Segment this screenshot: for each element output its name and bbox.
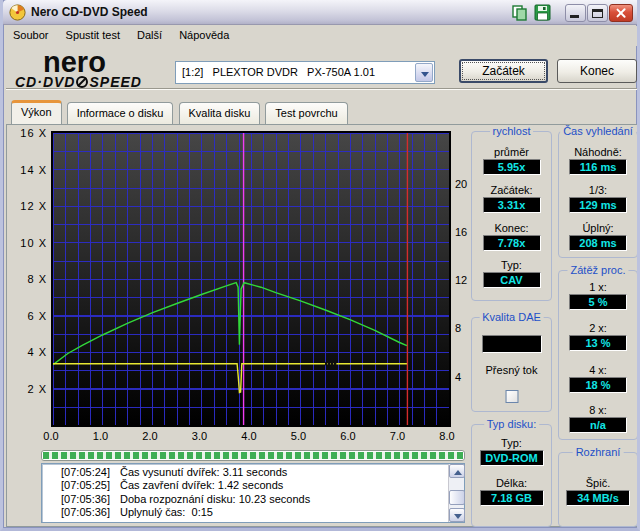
copy-icon[interactable]: [509, 4, 531, 22]
log-scrollbar[interactable]: [448, 464, 464, 522]
menu-bar: Soubor Spustit test Další Nápověda: [6, 26, 640, 46]
axis-tick: 1.0: [86, 430, 116, 442]
cpu-4x-label: 4 x:: [559, 364, 637, 376]
axis-tick: 7.0: [383, 430, 413, 442]
left-speed-axis: 16 X14 X12 X10 X8 X6 X4 X2 X: [17, 133, 49, 425]
random-seek-label: Náhodně:: [559, 146, 637, 158]
full-seek-label: Úplný:: [559, 222, 637, 234]
progress-bar: [41, 450, 465, 461]
start-label: Začátek:: [472, 184, 551, 196]
full-seek-value: 208 ms: [569, 235, 627, 251]
drive-selector[interactable]: [1:2] PLEXTOR DVDR PX-750A 1.01: [175, 61, 435, 84]
application-window: Nero CD-DVD Speed Soubor Spustit test Da…: [0, 0, 640, 531]
menu-soubor[interactable]: Soubor: [6, 26, 55, 46]
nero-logo: nero CD·DVDSPEED: [15, 50, 165, 90]
app-icon[interactable]: [9, 4, 26, 21]
close-button[interactable]: [609, 4, 633, 22]
scroll-down-icon[interactable]: [449, 508, 465, 522]
start-button[interactable]: Začátek: [459, 59, 548, 83]
save-icon[interactable]: [532, 4, 554, 22]
focus-rect: [462, 62, 545, 80]
speed-group-title: rychlost: [490, 125, 534, 137]
scrollbar-thumb[interactable]: [449, 490, 465, 505]
minimize-button[interactable]: [565, 4, 586, 22]
seek-group-title: Čas vyhledání: [560, 125, 636, 137]
chevron-down-icon: [421, 72, 429, 77]
axis-tick: 2.0: [135, 430, 165, 442]
progress-bar-fill: [43, 452, 463, 459]
close-icon: [615, 7, 627, 19]
axis-tick: 4 X: [27, 346, 47, 358]
chart-series: [53, 133, 449, 425]
log-entry: [07:05:24]Čas vysunutí dvířek: 3.11 seco…: [42, 466, 447, 479]
exit-button[interactable]: Konec: [557, 59, 637, 83]
tab-kvalita-disku[interactable]: Kvalita disku: [179, 102, 261, 124]
cpu-2x-label: 2 x:: [559, 322, 637, 334]
axis-tick: 6 X: [27, 310, 47, 322]
average-value: 5.95x: [483, 159, 541, 175]
maximize-button[interactable]: [587, 4, 608, 22]
axis-tick: 8.0: [432, 430, 462, 442]
minimize-icon: [570, 15, 579, 18]
axis-tick: 16: [455, 226, 467, 238]
axis-tick: 3.0: [185, 430, 215, 442]
window-title: Nero CD-DVD Speed: [31, 0, 148, 25]
menu-dalsi[interactable]: Další: [130, 26, 169, 46]
disc-icon: [76, 76, 88, 88]
axis-tick: 14 X: [20, 164, 47, 176]
burst-value: 34 MB/s: [566, 490, 630, 506]
axis-tick: 5.0: [284, 430, 314, 442]
end-value: 7.78x: [483, 235, 541, 251]
interface-group-title: Rozhraní: [573, 446, 624, 458]
header-separator: [6, 88, 640, 90]
drive-selector-dropdown-button[interactable]: [415, 63, 433, 82]
title-bar: Nero CD-DVD Speed: [3, 0, 640, 25]
interface-group: Rozhraní Špič. 34 MB/s: [558, 452, 638, 527]
dae-quality-group: Kvalita DAE Přesný tok: [471, 317, 552, 412]
maximize-icon: [592, 9, 603, 18]
menu-spustit-test[interactable]: Spustit test: [59, 26, 127, 46]
burst-label: Špič.: [559, 477, 637, 489]
random-seek-value: 116 ms: [569, 159, 627, 175]
tab-test-povrchu[interactable]: Test povrchu: [265, 102, 347, 124]
cpu-group-title: Zátěž proc.: [567, 264, 628, 276]
axis-tick: 10 X: [20, 237, 47, 249]
cpu-8x-label: 8 x:: [559, 404, 637, 416]
drive-selector-value: [1:2] PLEXTOR DVDR PX-750A 1.01: [182, 62, 375, 83]
disc-type-group: Typ disku: Typ: DVD-ROM Délka: 7.18 GB: [471, 424, 552, 527]
scroll-up-icon[interactable]: [449, 464, 465, 478]
tab-vykon[interactable]: Výkon: [11, 100, 62, 124]
axis-tick: 2 X: [27, 383, 47, 395]
axis-tick: 6.0: [333, 430, 363, 442]
log-entry: [07:05:25]Čas zavření dvířek: 1.42 secon…: [42, 479, 447, 492]
cpu-2x-value: 13 %: [569, 335, 627, 351]
dae-value-display: [482, 335, 542, 353]
end-label: Konec:: [472, 222, 551, 234]
cpu-usage-group: Zátěž proc. 1 x: 5 % 2 x: 13 % 4 x: 18 %…: [558, 270, 638, 440]
disc-length-label: Délka:: [472, 477, 551, 489]
type-label: Typ:: [472, 259, 551, 271]
speed-group: rychlost průměr 5.95x Začátek: 3.31x Kon…: [471, 131, 552, 301]
benchmark-chart: [51, 131, 451, 427]
cpu-8x-value: n/a: [569, 417, 627, 433]
dae-group-title: Kvalita DAE: [479, 311, 544, 323]
tab-bar: Výkon Informace o disku Kvalita disku Te…: [11, 100, 350, 124]
accurate-stream-checkbox[interactable]: [505, 390, 518, 403]
disc-type-value: DVD-ROM: [480, 450, 544, 466]
log-entry: [07:05:36]Doba rozpoznání disku: 10.23 s…: [42, 493, 447, 506]
third-seek-label: 1/3:: [559, 184, 637, 196]
nero-brand-text: nero: [43, 50, 165, 74]
menu-napoveda[interactable]: Nápověda: [172, 26, 236, 46]
disc-type-label: Typ:: [472, 437, 551, 449]
axis-tick: 8 X: [27, 273, 47, 285]
axis-tick: 12: [455, 274, 467, 286]
third-seek-value: 129 ms: [569, 197, 627, 213]
tab-informace-o-disku[interactable]: Informace o disku: [67, 102, 174, 124]
axis-tick: 0.0: [36, 430, 66, 442]
average-label: průměr: [472, 146, 551, 158]
cpu-1x-value: 5 %: [569, 294, 627, 310]
log-listbox[interactable]: [07:05:24]Čas vysunutí dvířek: 3.11 seco…: [41, 463, 465, 523]
cpu-4x-value: 18 %: [569, 377, 627, 393]
log-entry: [07:05:36]Uplynulý čas: 0:15: [42, 506, 447, 519]
accurate-stream-label: Přesný tok: [472, 364, 551, 376]
